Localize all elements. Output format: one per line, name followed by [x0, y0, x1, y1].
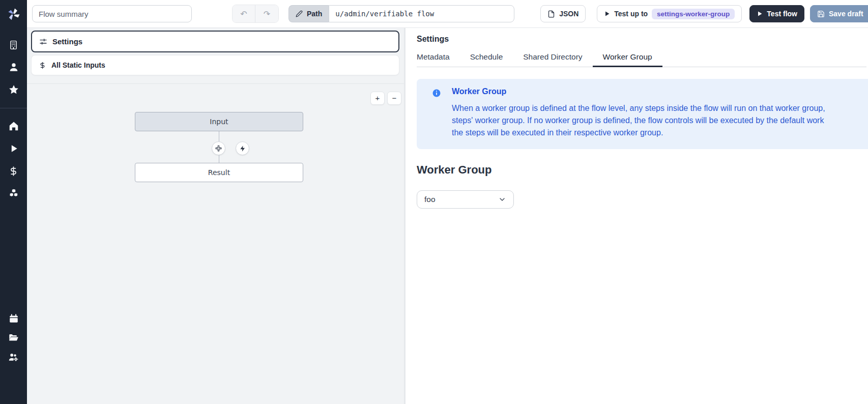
chevron-down-icon [498, 195, 506, 204]
test-up-to-label: Test up to [614, 10, 648, 18]
canvas-zoom-controls: + − [370, 92, 401, 105]
flow-header: Settings All Static Inputs [27, 28, 404, 84]
tab-worker-group[interactable]: Worker Group [593, 49, 662, 67]
zoom-out-button[interactable]: − [387, 92, 401, 105]
app-window: ↶ ↷ Path JSON [0, 0, 868, 404]
pencil-icon [296, 10, 303, 17]
play-icon [604, 11, 610, 17]
save-icon [817, 10, 825, 18]
all-static-inputs-label: All Static Inputs [51, 61, 105, 69]
redo-button[interactable]: ↷ [255, 5, 278, 22]
worker-group-badge: settings-worker-group [652, 9, 735, 19]
json-button[interactable]: JSON [540, 5, 586, 22]
redo-icon: ↷ [264, 9, 270, 19]
trigger-bolt-button[interactable] [236, 141, 249, 155]
test-flow-button[interactable]: Test flow [749, 5, 804, 22]
undo-icon: ↶ [240, 9, 247, 19]
sidebar-divider [0, 108, 27, 108]
worker-group-section-title: Worker Group [417, 163, 868, 177]
info-box-line: the steps will be executed in their resp… [452, 127, 825, 139]
info-box-line: steps' worker group. If no worker group … [452, 114, 825, 127]
groups-users-gear-icon[interactable] [0, 350, 27, 364]
settings-tabs: Metadata Schedule Shared Directory Worke… [417, 49, 866, 67]
workspace-building-icon[interactable] [0, 38, 27, 52]
test-flow-label: Test flow [767, 10, 797, 18]
save-draft-label: Save draft [829, 10, 863, 18]
info-box-line: When a worker group is defined at the fl… [452, 102, 825, 114]
folders-folder-icon[interactable] [0, 331, 27, 345]
flow-canvas[interactable]: + − Input Result [27, 84, 404, 404]
windmill-logo[interactable] [0, 0, 27, 28]
sidebar [0, 0, 27, 404]
path-edit-button[interactable]: Path [288, 5, 329, 22]
sidebar-nav [0, 28, 27, 404]
flow-editor-panel: Settings All Static Inputs + − [27, 28, 406, 404]
undo-redo-group: ↶ ↷ [232, 5, 279, 23]
tab-shared-directory[interactable]: Shared Directory [513, 49, 592, 67]
variables-dollar-icon[interactable] [0, 164, 27, 178]
play-icon [757, 11, 763, 17]
info-icon [432, 87, 441, 139]
schedules-calendar-icon[interactable] [0, 311, 27, 326]
settings-panel: Settings Metadata Schedule Shared Direct… [406, 28, 868, 404]
flow-summary-input[interactable] [32, 5, 192, 22]
home-icon[interactable] [0, 119, 27, 133]
main-column: ↶ ↷ Path JSON [27, 0, 868, 404]
worker-group-select[interactable]: foo [417, 190, 514, 209]
content-area: Settings All Static Inputs + − [27, 28, 868, 404]
favorites-star-icon[interactable] [0, 82, 27, 97]
info-box-title: Worker Group [452, 87, 825, 96]
bolt-icon [239, 145, 246, 152]
sliders-icon [39, 38, 47, 46]
flow-settings-item[interactable]: Settings [31, 31, 399, 52]
settings-panel-title: Settings [417, 35, 868, 44]
plus-icon [215, 145, 222, 152]
input-node[interactable]: Input [135, 112, 303, 131]
flow-settings-label: Settings [52, 37, 82, 46]
all-static-inputs-item[interactable]: All Static Inputs [31, 55, 399, 75]
path-input[interactable] [329, 5, 514, 22]
tab-schedule[interactable]: Schedule [460, 49, 513, 67]
dollar-icon [39, 62, 46, 69]
zoom-in-button[interactable]: + [370, 92, 385, 105]
add-step-button[interactable] [212, 141, 225, 155]
worker-group-info-box: Worker Group When a worker group is defi… [417, 79, 868, 149]
result-node[interactable]: Result [135, 163, 303, 182]
worker-group-select-value: foo [424, 195, 436, 204]
path-label: Path [307, 10, 322, 18]
runs-play-icon[interactable] [0, 141, 27, 156]
save-draft-button[interactable]: Save draft [810, 5, 868, 22]
file-json-icon [547, 10, 555, 18]
sidebar-bottom-group [0, 311, 27, 369]
info-box-content: Worker Group When a worker group is defi… [452, 87, 825, 139]
json-label: JSON [559, 10, 578, 18]
toolbar: ↶ ↷ Path JSON [27, 0, 868, 28]
undo-button[interactable]: ↶ [233, 5, 255, 22]
user-icon[interactable] [0, 60, 27, 74]
path-editor: Path [288, 5, 514, 22]
resources-boxes-icon[interactable] [0, 186, 27, 200]
tab-metadata[interactable]: Metadata [417, 49, 460, 67]
test-up-to-button[interactable]: Test up to settings-worker-group [597, 5, 742, 22]
